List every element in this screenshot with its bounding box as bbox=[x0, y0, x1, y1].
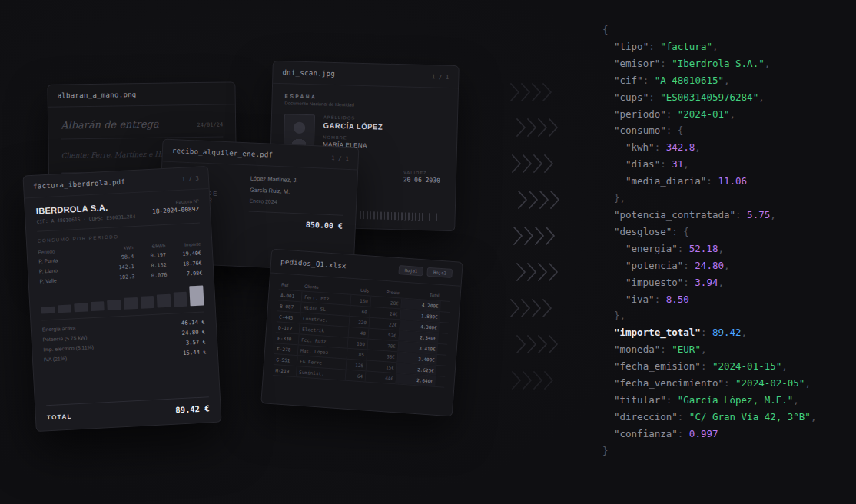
surname-label: APELLIDOS bbox=[323, 115, 383, 121]
json-token: : bbox=[655, 141, 666, 153]
consumption-bar bbox=[74, 303, 88, 312]
uds-cell: 40 bbox=[348, 327, 369, 339]
chevron-icon bbox=[509, 298, 552, 318]
uds-cell: 100 bbox=[347, 338, 368, 350]
consumption-bar bbox=[124, 297, 138, 310]
col-header-precio: Precio bbox=[370, 286, 402, 298]
periodo-cell: P. Punta bbox=[38, 255, 105, 264]
json-line: "moneda": "EUR", bbox=[602, 341, 816, 358]
json-token: , bbox=[742, 327, 748, 338]
json-token: } bbox=[602, 445, 609, 456]
json-token: , bbox=[718, 243, 724, 254]
sheet-tab[interactable]: Hoja2 bbox=[427, 267, 453, 278]
col-header-ref: Ref bbox=[279, 279, 303, 290]
document-card-factura[interactable]: factura_iberdrola.pdf 1 / 3 IBERDROLA S.… bbox=[22, 166, 221, 432]
json-token: : bbox=[706, 175, 718, 187]
json-token: "A-48010615" bbox=[655, 75, 724, 86]
document-card-pedidos[interactable]: pedidos_Q1.xlsx Hoja1Hoja2 Ref Cliente U… bbox=[260, 249, 463, 417]
json-token: 89.42 bbox=[712, 327, 742, 338]
json-line: "fecha_emision": "2024-01-15", bbox=[602, 358, 816, 375]
card-header: albaran_a_mano.png bbox=[48, 82, 234, 107]
validity-value: 20 06 2030 bbox=[403, 176, 440, 184]
json-token: "ES0031405976284" bbox=[660, 91, 758, 103]
total-row-label: Potencia (5.75 kW) bbox=[42, 334, 87, 343]
json-token: "2024-02-05" bbox=[735, 377, 805, 389]
json-token: "media_diaria" bbox=[625, 175, 706, 187]
factura-top-row: IBERDROLA S.A. CIF: A-48010615 · CUPS: E… bbox=[36, 198, 200, 224]
total-row-value: 3.57 € bbox=[186, 338, 207, 346]
consumption-bar bbox=[190, 285, 204, 306]
page-indicator: 1 / 1 bbox=[331, 154, 349, 162]
ref-cell: B-087 bbox=[277, 300, 301, 312]
uds-cell: 85 bbox=[347, 349, 367, 360]
json-token: : bbox=[678, 428, 689, 439]
json-token: "impuesto" bbox=[625, 277, 683, 288]
chevron-icon bbox=[516, 190, 559, 210]
col-header-rate: €/kWh bbox=[133, 242, 165, 249]
total-row-value: 24.80 € bbox=[181, 328, 205, 337]
json-token: 24.80 bbox=[695, 260, 724, 271]
total-row-value: 15.44 € bbox=[183, 348, 207, 356]
sheet-tab[interactable]: Hoja1 bbox=[398, 265, 423, 276]
file-name: albaran_a_mano.png bbox=[58, 91, 137, 99]
json-token: "Iberdrola S.A." bbox=[672, 58, 764, 69]
json-line: "dias": 31, bbox=[602, 156, 816, 173]
flow-chevron-group bbox=[509, 298, 552, 321]
json-token: 52.18 bbox=[689, 243, 718, 254]
json-token: : bbox=[735, 209, 747, 220]
file-name: pedidos_Q1.xlsx bbox=[280, 257, 347, 270]
stage: albaran_a_mano.png Albarán de entrega 24… bbox=[0, 0, 856, 504]
pedidos-body: Ref Cliente Uds Precio Total A-001 Ferr.… bbox=[263, 274, 460, 394]
json-token: "energia" bbox=[625, 243, 678, 254]
json-line: "fecha_vencimiento": "2024-02-05", bbox=[602, 375, 816, 392]
recibo-party: García Ruiz, M. bbox=[250, 187, 344, 197]
ref-cell: A-001 bbox=[278, 290, 302, 301]
json-line: "kwh": 342.8, bbox=[602, 139, 816, 156]
precio-cell: 28€ bbox=[370, 297, 401, 309]
flow-chevron-group bbox=[516, 190, 559, 213]
chevron-icon bbox=[510, 370, 553, 390]
ref-cell: F-278 bbox=[274, 343, 298, 355]
precio-cell: 44€ bbox=[365, 371, 396, 383]
json-line: "periodo": "2024-01", bbox=[602, 106, 816, 123]
consumption-table: Periodo kWh €/kWh Importe P. Punta 98.4 … bbox=[38, 239, 202, 287]
json-token: "periodo" bbox=[614, 108, 666, 120]
json-line: "cups": "ES0031405976284", bbox=[602, 89, 816, 106]
dni-doc-type: Documento Nacional de Identidad bbox=[284, 101, 445, 109]
company-name: IBERDROLA S.A. bbox=[36, 201, 135, 216]
periodo-cell: P. Valle bbox=[39, 275, 105, 284]
surname-value: GARCÍA LÓPEZ bbox=[323, 121, 383, 131]
invoice-number: 18-2024-00892 bbox=[152, 206, 199, 215]
json-token: , bbox=[724, 260, 730, 271]
json-line: "consumo": { bbox=[602, 122, 816, 139]
uds-cell: 60 bbox=[350, 306, 370, 317]
json-output-panel: {"tipo": "factura","emisor": "Iberdrola … bbox=[602, 22, 816, 459]
ref-cell: E-330 bbox=[275, 333, 299, 344]
json-token: : bbox=[678, 243, 689, 254]
flow-chevron-group bbox=[510, 370, 553, 393]
json-token: "kwh" bbox=[625, 141, 655, 153]
consumption-bars bbox=[40, 284, 204, 313]
divider bbox=[249, 211, 343, 215]
col-header-kwh: kWh bbox=[104, 244, 133, 251]
ref-cell: C-445 bbox=[277, 311, 300, 323]
invoice-number-label: Factura Nº bbox=[151, 198, 198, 206]
json-token: : bbox=[701, 327, 712, 338]
albaran-date: 24/01/24 bbox=[197, 122, 223, 128]
company-ids: CIF: A-48010615 · CUPS: ES0031…284 bbox=[36, 214, 135, 224]
pedidos-rows: A-001 Ferr. Mtz 150 28€ 4.200€ B-087 Hid… bbox=[273, 290, 450, 387]
recibo-amount: 850.00 € bbox=[248, 217, 343, 230]
chevron-icon bbox=[512, 226, 555, 246]
json-token: "tipo" bbox=[614, 41, 649, 52]
ref-cell: H-219 bbox=[273, 365, 297, 376]
json-token: "C/ Gran Vía 42, 3°B" bbox=[689, 411, 811, 423]
json-token: "confianza" bbox=[614, 428, 678, 439]
total-cell: 2.640€ bbox=[395, 373, 436, 386]
rate-cell: 0.132 bbox=[134, 261, 167, 269]
json-line: "direccion": "C/ Gran Vía 42, 3°B", bbox=[602, 409, 816, 426]
rate-cell: 0.076 bbox=[134, 271, 167, 279]
consumption-bar bbox=[91, 301, 105, 311]
json-token: : bbox=[660, 58, 672, 69]
invoice-number-block: Factura Nº 18-2024-00892 bbox=[151, 198, 199, 218]
precio-cell: 70€ bbox=[367, 340, 399, 352]
